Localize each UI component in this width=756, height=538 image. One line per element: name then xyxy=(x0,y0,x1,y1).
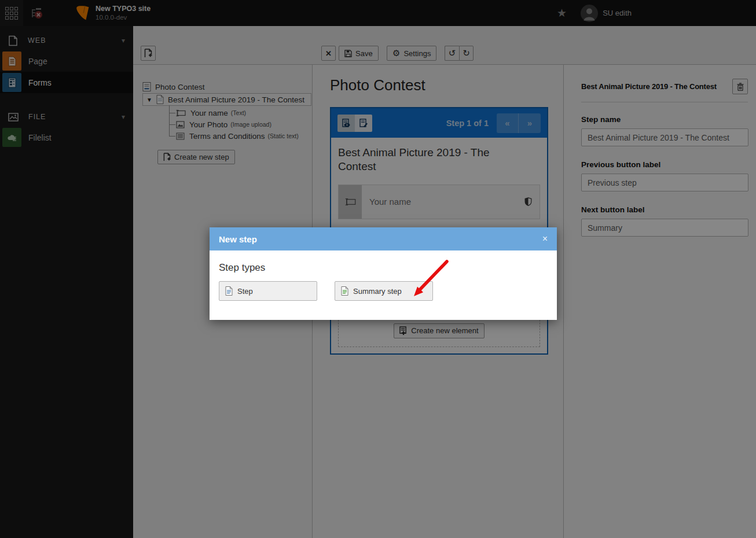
new-step-modal: New step × Step types Step xyxy=(210,227,557,320)
summary-step-doc-icon xyxy=(341,286,348,296)
modal-title: New step xyxy=(219,234,257,244)
step-doc-icon xyxy=(225,286,233,296)
typo3-backend: New TYPO3 site 10.0.0-dev ★ SU edith WEB xyxy=(0,0,756,538)
step-type-step-button[interactable]: Step xyxy=(219,281,317,301)
modal-close-icon[interactable]: × xyxy=(542,234,548,244)
step-types-heading: Step types xyxy=(219,262,548,274)
step-type-label: Step xyxy=(237,287,253,296)
modal-header: New step × xyxy=(210,227,557,250)
step-type-summary-button[interactable]: Summary step xyxy=(335,281,433,301)
step-type-label: Summary step xyxy=(353,287,402,296)
modal-body: Step types Step xyxy=(210,250,557,301)
